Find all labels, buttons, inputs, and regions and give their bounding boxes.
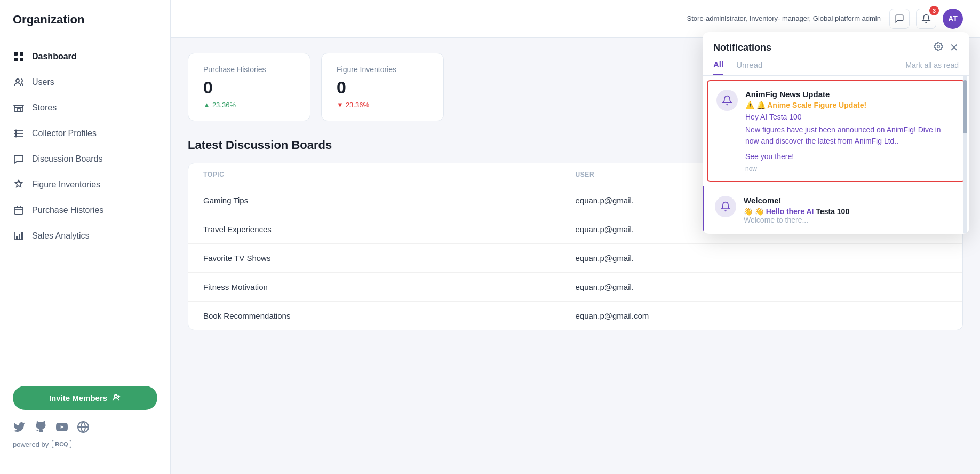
- svg-point-9: [15, 130, 17, 132]
- notifications-title: Notifications: [713, 42, 771, 53]
- notification-item-1: AnimFig News Update ⚠️ 🔔 Anime Scale Fig…: [707, 80, 965, 182]
- table-cell-user: equan.p@gmail.: [576, 254, 948, 263]
- sidebar-item-purchase-histories[interactable]: Purchase Histories: [0, 198, 170, 223]
- rcq-badge: RCQ: [52, 440, 71, 448]
- app-logo: Organization: [0, 13, 170, 44]
- stat-change-figure-value: 23.36%: [346, 101, 369, 109]
- invite-members-button[interactable]: Invite Members: [13, 386, 157, 410]
- table-cell-user: equan.p@gmail.: [576, 282, 948, 291]
- stat-change-purchase: ▲ 23.36%: [203, 101, 295, 109]
- notifications-tabs: All Unread Mark all as read: [703, 53, 969, 76]
- scrollbar-thumb: [963, 80, 967, 133]
- users-icon: [13, 76, 25, 88]
- table-cell-user: equan.p@gmail.com: [576, 311, 948, 320]
- notification-1-content: AnimFig News Update ⚠️ 🔔 Anime Scale Fig…: [745, 90, 955, 172]
- stat-card-figure-inventories: Figure Inventories 0 ▼ 23.36%: [321, 53, 444, 121]
- notification-2-content: Welcome! 👋 👋 Hello there AI Testa 100 We…: [744, 196, 959, 224]
- notification-badge: 3: [929, 6, 939, 15]
- chat-button[interactable]: [889, 9, 910, 29]
- stat-label-purchase: Purchase Histories: [203, 65, 295, 74]
- stat-label-figure: Figure Inventories: [337, 65, 428, 74]
- sidebar-item-users-label: Users: [32, 77, 54, 87]
- notification-2-preview: Testa 100: [816, 207, 849, 216]
- notifications-body: AnimFig News Update ⚠️ 🔔 Anime Scale Fig…: [703, 76, 969, 234]
- notification-2-subject: 👋 👋 Hello there AI Testa 100: [744, 207, 959, 216]
- powered-by: powered by RCQ: [13, 440, 157, 448]
- down-arrow-icon: ▼: [337, 101, 344, 109]
- stores-icon: [13, 102, 25, 114]
- sidebar-item-collector-profiles[interactable]: Collector Profiles: [0, 121, 170, 146]
- bell-icon: [921, 14, 931, 23]
- notification-2-preview-suffix: Welcome to there...: [744, 216, 959, 224]
- notification-2-bell-icon: [715, 196, 736, 217]
- notification-item-2: Welcome! 👋 👋 Hello there AI Testa 100 We…: [703, 186, 969, 234]
- svg-point-18: [115, 395, 117, 398]
- sidebar-nav: Dashboard Users: [0, 44, 170, 373]
- notifications-tab-all[interactable]: All: [713, 60, 723, 75]
- table-cell-topic: Travel Experiences: [203, 225, 576, 234]
- notification-bell-icon: [716, 90, 738, 111]
- sidebar-item-sales-analytics[interactable]: Sales Analytics: [0, 223, 170, 249]
- stat-value-figure: 0: [337, 78, 428, 98]
- svg-rect-12: [14, 207, 23, 214]
- wave-emoji: 👋: [744, 207, 753, 216]
- notification-2-subject-text: 👋 Hello there AI: [755, 207, 814, 216]
- stat-card-purchase-histories: Purchase Histories 0 ▲ 23.36%: [188, 53, 310, 121]
- stat-change-figure: ▼ 23.36%: [337, 101, 428, 109]
- sidebar-item-stores-label: Stores: [32, 103, 57, 113]
- sidebar: Organization Dashboard: [0, 0, 171, 474]
- notification-1-signoff: See you there!: [745, 152, 955, 161]
- stat-change-purchase-value: 23.36%: [212, 101, 236, 109]
- svg-rect-17: [21, 232, 23, 240]
- discussion-icon: [13, 153, 25, 165]
- purchase-icon: [13, 204, 25, 216]
- notification-1-subject: ⚠️ 🔔 Anime Scale Figure Update!: [745, 101, 955, 109]
- github-icon[interactable]: [34, 421, 47, 433]
- table-row: Favorite TV Shows equan.p@gmail.: [188, 244, 962, 273]
- table-cell-topic: Gaming Tips: [203, 196, 576, 205]
- user-roles: Store-administrator, Inventory- manager,…: [687, 14, 881, 23]
- notifications-panel: Notifications ✕ All Unread Mark all as r…: [703, 32, 969, 234]
- notification-button[interactable]: 3: [916, 9, 936, 29]
- sidebar-item-dashboard-label: Dashboard: [32, 52, 77, 61]
- notification-1-sender: AnimFig News Update: [745, 90, 955, 99]
- add-person-icon: [111, 392, 121, 404]
- avatar[interactable]: AT: [943, 9, 963, 29]
- twitter-icon[interactable]: [13, 421, 26, 433]
- svg-rect-1: [20, 52, 23, 56]
- sidebar-item-figure-inventories-label: Figure Inventories: [32, 180, 100, 189]
- sidebar-item-discussion-boards-label: Discussion Boards: [32, 154, 103, 164]
- svg-rect-15: [16, 236, 18, 240]
- header-actions: 3 AT: [889, 9, 963, 29]
- analytics-icon: [13, 230, 25, 242]
- sidebar-item-figure-inventories[interactable]: Figure Inventories: [0, 172, 170, 198]
- svg-rect-0: [14, 52, 18, 56]
- sidebar-item-discussion-boards[interactable]: Discussion Boards: [0, 146, 170, 172]
- figure-icon: [13, 179, 25, 191]
- globe-icon[interactable]: [77, 421, 90, 433]
- chat-icon: [895, 14, 904, 23]
- sidebar-item-dashboard[interactable]: Dashboard: [0, 44, 170, 69]
- notifications-settings-icon[interactable]: [934, 42, 943, 53]
- notifications-tab-unread[interactable]: Unread: [736, 60, 762, 75]
- notification-1-greeting: Hey AI Testa 100: [745, 113, 955, 121]
- notifications-mark-all-read[interactable]: Mark all as read: [905, 61, 959, 75]
- notifications-header: Notifications ✕: [703, 32, 969, 53]
- notification-1-time: now: [745, 165, 955, 172]
- scrollbar[interactable]: [963, 75, 967, 234]
- notification-2-sender: Welcome!: [744, 196, 959, 205]
- up-arrow-icon: ▲: [203, 101, 210, 109]
- svg-point-10: [15, 133, 17, 135]
- svg-rect-5: [17, 109, 20, 112]
- sidebar-item-users[interactable]: Users: [0, 69, 170, 95]
- sidebar-item-purchase-histories-label: Purchase Histories: [32, 206, 103, 215]
- notifications-close-icon[interactable]: ✕: [950, 42, 959, 53]
- collector-icon: [13, 128, 25, 139]
- table-cell-topic: Favorite TV Shows: [203, 254, 576, 263]
- table-row: Book Recommendations equan.p@gmail.com: [188, 302, 962, 330]
- notification-item-highlighted-wrapper: AnimFig News Update ⚠️ 🔔 Anime Scale Fig…: [703, 76, 969, 182]
- dashboard-icon: [13, 51, 25, 62]
- stat-value-purchase: 0: [203, 78, 295, 98]
- youtube-icon[interactable]: [55, 421, 68, 433]
- sidebar-item-stores[interactable]: Stores: [0, 95, 170, 121]
